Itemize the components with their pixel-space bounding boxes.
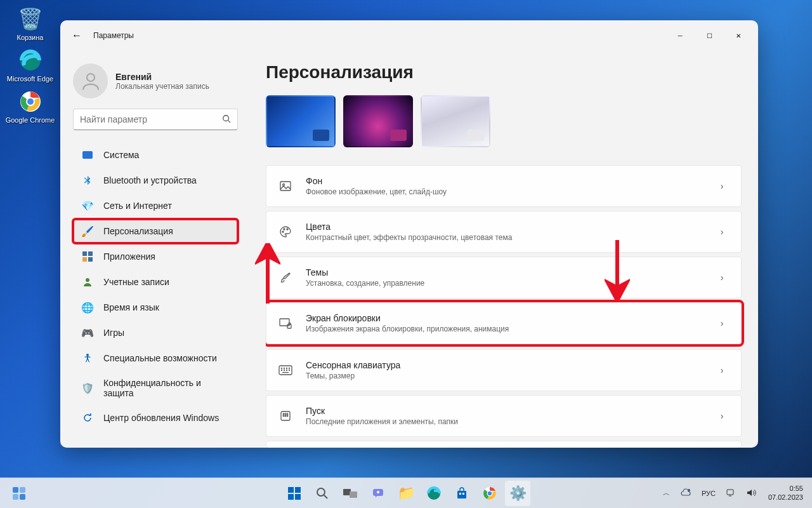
gaming-icon: 🎮 bbox=[82, 327, 93, 338]
svg-point-23 bbox=[287, 368, 287, 369]
nav-gaming[interactable]: 🎮 Игры bbox=[73, 321, 238, 345]
svg-point-21 bbox=[282, 368, 282, 369]
palette-icon bbox=[278, 224, 293, 239]
search-button[interactable] bbox=[310, 481, 335, 506]
settings-window: ← Параметры ─ ☐ ✕ Евгений Локальная учет… bbox=[60, 20, 758, 448]
nav-system[interactable]: Система bbox=[73, 143, 238, 167]
nav-personalization[interactable]: 🖌️ Персонализация bbox=[73, 219, 238, 243]
svg-rect-52 bbox=[457, 491, 466, 498]
svg-point-25 bbox=[282, 370, 282, 371]
chrome-tb-button[interactable] bbox=[477, 481, 502, 506]
card-start[interactable]: Пуск Последние приложения и элементы, па… bbox=[266, 395, 742, 437]
svg-rect-43 bbox=[288, 494, 294, 500]
svg-rect-40 bbox=[20, 494, 25, 500]
privacy-icon: 🛡️ bbox=[82, 382, 93, 394]
accessibility-icon bbox=[82, 352, 93, 364]
recycle-bin[interactable]: 🗑️ Корзина bbox=[0, 6, 60, 41]
card-partial[interactable] bbox=[266, 441, 742, 448]
search-box[interactable] bbox=[73, 109, 238, 130]
svg-rect-13 bbox=[280, 182, 291, 190]
search-input[interactable] bbox=[80, 114, 222, 124]
edge-tb-button[interactable] bbox=[421, 481, 447, 506]
svg-point-5 bbox=[223, 115, 229, 121]
nav-apps[interactable]: Приложения bbox=[73, 244, 238, 269]
trash-icon: 🗑️ bbox=[18, 6, 43, 32]
desktop-area: 🗑️ Корзина Microsoft Edge Google Chrome bbox=[0, 0, 60, 130]
user-block[interactable]: Евгений Локальная учетная запись bbox=[65, 58, 246, 109]
chrome-icon bbox=[18, 89, 43, 114]
maximize-button[interactable]: ☐ bbox=[695, 25, 724, 46]
image-icon bbox=[278, 178, 293, 194]
personalize-icon: 🖌️ bbox=[82, 225, 93, 237]
svg-line-46 bbox=[324, 495, 327, 498]
svg-point-28 bbox=[289, 370, 290, 371]
svg-point-22 bbox=[284, 368, 285, 369]
svg-rect-10 bbox=[88, 257, 93, 262]
minimize-button[interactable]: ─ bbox=[665, 25, 695, 46]
theme-thumbnails bbox=[266, 95, 742, 147]
widgets-button[interactable] bbox=[6, 481, 32, 506]
recycle-label: Корзина bbox=[17, 34, 44, 41]
chevron-right-icon: › bbox=[714, 181, 730, 191]
bluetooth-icon bbox=[82, 175, 93, 186]
nav-network[interactable]: 💎 Сеть и Интернет bbox=[73, 194, 238, 218]
theme-thumb-3[interactable] bbox=[421, 95, 490, 147]
card-lockscreen[interactable]: Экран блокировки Изображения экрана блок… bbox=[266, 302, 742, 344]
edge-icon bbox=[18, 48, 43, 73]
svg-point-17 bbox=[287, 229, 288, 230]
svg-rect-37 bbox=[13, 487, 18, 493]
settings-tb-button[interactable]: ⚙️ bbox=[505, 481, 530, 506]
accounts-icon bbox=[82, 276, 93, 288]
nav-accounts[interactable]: Учетные записи bbox=[73, 270, 238, 294]
svg-point-14 bbox=[283, 184, 285, 186]
card-themes[interactable]: Темы Установка, создание, управление › bbox=[266, 257, 742, 298]
svg-rect-59 bbox=[727, 490, 733, 495]
chrome-shortcut[interactable]: Google Chrome bbox=[0, 89, 60, 124]
start-button[interactable] bbox=[282, 481, 307, 506]
nav-time[interactable]: 🌐 Время и язык bbox=[73, 295, 238, 319]
svg-point-4 bbox=[87, 74, 95, 81]
brush-icon bbox=[278, 270, 293, 285]
sidebar: Евгений Локальная учетная запись Система… bbox=[60, 51, 251, 448]
nav-accessibility[interactable]: Специальные возможности bbox=[73, 346, 238, 370]
chevron-right-icon: › bbox=[714, 227, 730, 237]
nav-bluetooth[interactable]: Bluetooth и устройства bbox=[73, 168, 238, 192]
nav-update[interactable]: Центр обновления Windows bbox=[73, 406, 238, 430]
system-icon bbox=[82, 149, 93, 161]
tray-volume[interactable] bbox=[743, 487, 759, 500]
card-background[interactable]: Фон Фоновое изображение, цвет, слайд-шоу… bbox=[266, 165, 742, 207]
taskbar: 📁 ⚙️ ︿ РУС 0:55 07.02.2023 bbox=[0, 478, 812, 508]
svg-rect-54 bbox=[462, 493, 464, 495]
clock[interactable]: 0:55 07.02.2023 bbox=[763, 485, 808, 501]
chat-button[interactable] bbox=[365, 481, 391, 506]
tray-network[interactable] bbox=[723, 487, 739, 500]
network-icon: 💎 bbox=[82, 200, 93, 211]
user-subtitle: Локальная учетная запись bbox=[115, 82, 209, 91]
svg-rect-44 bbox=[295, 494, 301, 500]
svg-point-45 bbox=[317, 488, 325, 496]
chevron-right-icon: › bbox=[714, 272, 730, 283]
avatar bbox=[73, 64, 108, 98]
theme-thumb-2[interactable] bbox=[343, 95, 413, 147]
card-keyboard[interactable]: Сенсорная клавиатура Темы, размер › bbox=[266, 349, 742, 391]
explorer-button[interactable]: 📁 bbox=[393, 481, 419, 506]
svg-point-33 bbox=[287, 413, 288, 415]
svg-point-34 bbox=[283, 415, 284, 417]
taskview-button[interactable] bbox=[337, 481, 363, 506]
theme-thumb-1[interactable] bbox=[266, 95, 336, 147]
tray-chevron[interactable]: ︿ bbox=[660, 487, 673, 499]
svg-rect-48 bbox=[350, 491, 357, 498]
edge-shortcut[interactable]: Microsoft Edge bbox=[0, 48, 60, 83]
store-button[interactable] bbox=[449, 481, 475, 506]
close-button[interactable]: ✕ bbox=[724, 25, 753, 46]
tray-onedrive[interactable] bbox=[677, 487, 695, 500]
apps-icon bbox=[82, 251, 93, 262]
nav-privacy[interactable]: 🛡️ Конфиденциальность и защита bbox=[73, 371, 238, 404]
back-button[interactable]: ← bbox=[65, 24, 88, 47]
content-scroll[interactable]: Фон Фоновое изображение, цвет, слайд-шоу… bbox=[266, 95, 756, 448]
tray-lang[interactable]: РУС bbox=[698, 488, 719, 498]
svg-point-11 bbox=[86, 278, 89, 282]
card-colors[interactable]: Цвета Контрастный цвет, эффекты прозрачн… bbox=[266, 211, 742, 253]
time-icon: 🌐 bbox=[82, 302, 93, 313]
page-title: Персонализация bbox=[266, 62, 756, 83]
